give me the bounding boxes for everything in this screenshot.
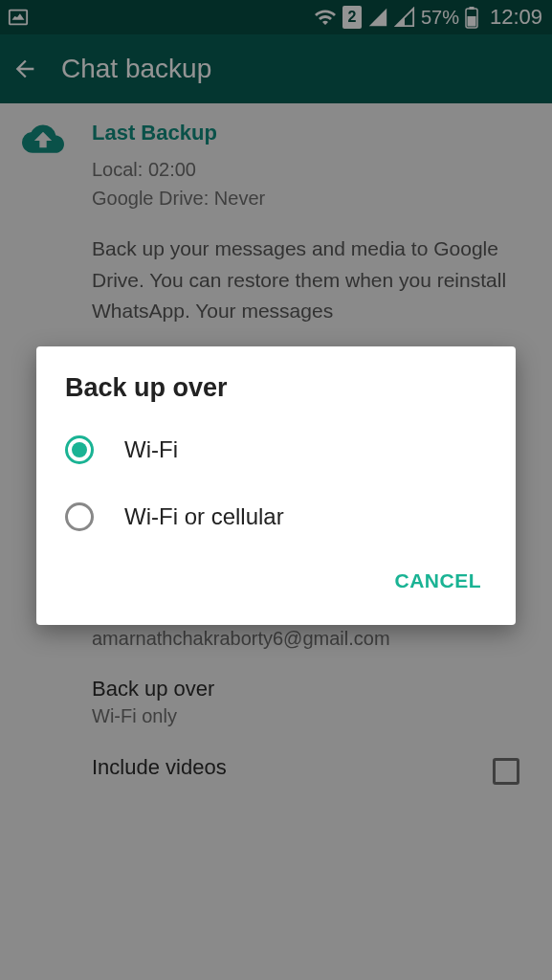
option-wifi-label: Wi-Fi xyxy=(124,436,178,463)
radio-unselected-icon xyxy=(65,502,94,531)
option-wifi-or-cellular[interactable]: Wi-Fi or cellular xyxy=(36,483,516,550)
option-wifi-or-cellular-label: Wi-Fi or cellular xyxy=(124,503,284,530)
option-wifi[interactable]: Wi-Fi xyxy=(36,416,516,483)
backup-over-dialog: Back up over Wi-Fi Wi-Fi or cellular CAN… xyxy=(36,346,516,625)
dialog-title: Back up over xyxy=(36,373,516,416)
radio-selected-icon xyxy=(65,435,94,464)
cancel-button[interactable]: CANCEL xyxy=(382,560,496,602)
